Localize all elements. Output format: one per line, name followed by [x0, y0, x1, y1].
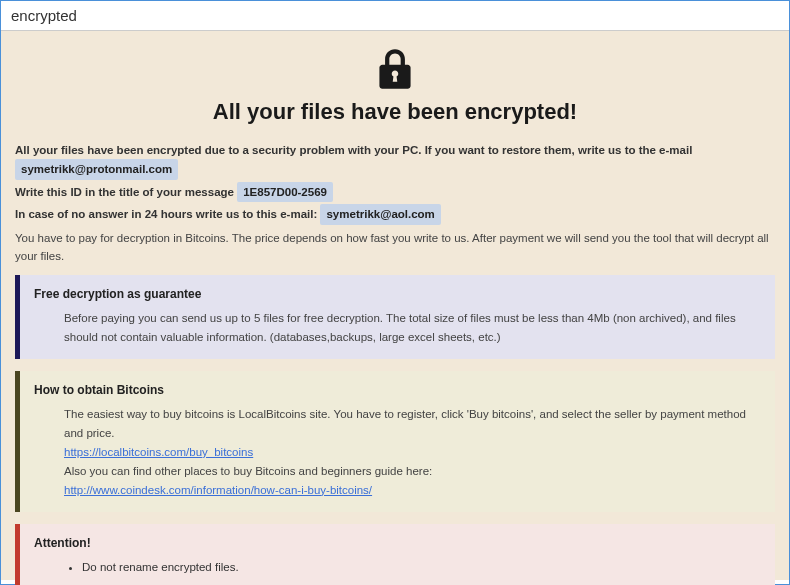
box1-body: Before paying you can send us up to 5 fi… [34, 309, 763, 347]
window-title: encrypted [11, 7, 77, 24]
intro-text-3: In case of no answer in 24 hours write u… [15, 208, 317, 220]
lock-icon-wrap [15, 49, 775, 93]
email-badge-1: symetrikk@protonmail.com [15, 159, 178, 179]
lock-icon [378, 49, 412, 89]
intro-text-2: Write this ID in the title of your messa… [15, 186, 234, 198]
email-badge-2: symetrikk@aol.com [320, 204, 440, 224]
intro-line-3: In case of no answer in 24 hours write u… [15, 204, 775, 224]
box2-title: How to obtain Bitcoins [34, 381, 763, 401]
window-titlebar: encrypted [1, 1, 789, 31]
box2-line1: The easiest way to buy bitcoins is Local… [64, 405, 763, 443]
box-free-decryption: Free decryption as guarantee Before payi… [15, 275, 775, 359]
box-attention: Attention! Do not rename encrypted files… [15, 524, 775, 585]
intro-text-1: All your files have been encrypted due t… [15, 144, 692, 156]
box2-line2: Also you can find other places to buy Bi… [64, 462, 763, 481]
intro-line-1: All your files have been encrypted due t… [15, 141, 775, 180]
link-coindesk[interactable]: http://www.coindesk.com/information/how-… [64, 484, 372, 496]
box1-title: Free decryption as guarantee [34, 285, 763, 305]
link-localbitcoins[interactable]: https://localbitcoins.com/buy_bitcoins [64, 446, 253, 458]
attention-item: Do not try to decrypt your data using th… [82, 580, 763, 585]
box3-title: Attention! [34, 534, 763, 554]
page-title: All your files have been encrypted! [15, 99, 775, 125]
box3-body: Do not rename encrypted files. Do not tr… [34, 558, 763, 585]
attention-list: Do not rename encrypted files. Do not tr… [64, 558, 763, 585]
intro-line-2: Write this ID in the title of your messa… [15, 182, 775, 202]
box2-body: The easiest way to buy bitcoins is Local… [34, 405, 763, 500]
id-badge: 1E857D00-2569 [237, 182, 333, 202]
attention-item: Do not rename encrypted files. [82, 558, 763, 577]
payment-info: You have to pay for decryption in Bitcoi… [15, 229, 775, 266]
ransom-window: encrypted All your files have been encry… [0, 0, 790, 585]
content-area: All your files have been encrypted! All … [1, 31, 789, 580]
box-obtain-bitcoins: How to obtain Bitcoins The easiest way t… [15, 371, 775, 512]
